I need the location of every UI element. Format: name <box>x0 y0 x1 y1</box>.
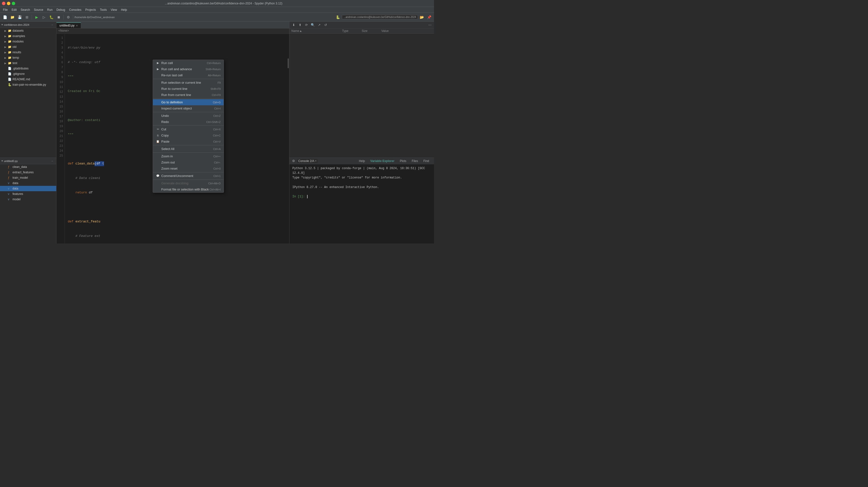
open-file-button[interactable]: 📁 <box>9 14 16 21</box>
preferences-button[interactable]: ⚙ <box>65 14 72 21</box>
menu-debug[interactable]: Debug <box>55 8 67 12</box>
ctx-zoom-in[interactable]: Zoom in Ctrl++ <box>153 153 224 159</box>
conda-env-button[interactable]: 🐍 <box>335 14 341 21</box>
var-search-icon[interactable]: 🔍 <box>310 22 315 28</box>
nav-tab-variable-explorer[interactable]: Variable Explorer <box>368 159 397 163</box>
debug-button[interactable]: 🐛 <box>48 14 55 21</box>
ctx-redo[interactable]: Redo Ctrl+Shift+Z <box>153 119 224 125</box>
minimize-button[interactable] <box>7 2 10 5</box>
ctx-zoom-out[interactable]: Zoom out Ctrl+- <box>153 159 224 165</box>
ctx-run-cell-advance[interactable]: ▶ Run cell and advance Shift+Return <box>153 66 224 72</box>
var-col-type[interactable]: Type <box>342 29 362 33</box>
console-blank <box>292 180 431 185</box>
menu-consoles[interactable]: Consoles <box>67 8 83 12</box>
ctx-copy[interactable]: ⎘ Copy Ctrl+C <box>153 132 224 139</box>
ctx-paste[interactable]: 📋 Paste Ctrl+V <box>153 139 224 145</box>
var-refresh-icon[interactable]: ↺ <box>323 22 328 28</box>
menu-projects[interactable]: Projects <box>84 8 98 12</box>
project-collapse-icon[interactable]: ▾ <box>1 23 3 26</box>
console-tab-close[interactable]: ✕ <box>315 159 317 162</box>
outline-data-2[interactable]: ▶ v data <box>0 186 56 191</box>
run-button[interactable]: ▶ <box>33 14 40 21</box>
nav-tab-files[interactable]: Files <box>410 159 420 163</box>
ctx-goto-def[interactable]: Go to definition Ctrl+G <box>153 99 224 105</box>
tree-item-modules[interactable]: ▶ 📁 modules <box>0 39 56 44</box>
ctx-cut[interactable]: ✂ Cut Ctrl+X <box>153 126 224 132</box>
tree-item-examples[interactable]: ▶ 📁 examples <box>0 33 56 39</box>
save-button[interactable]: 💾 <box>16 14 23 21</box>
tree-item-gitattributes[interactable]: ▶ 📄 .gitattributes <box>0 66 56 71</box>
nav-tab-help[interactable]: Help <box>357 159 367 163</box>
ctx-format-black[interactable]: Format file or selection with Black Ctrl… <box>153 186 224 192</box>
outline-model[interactable]: ▶ v model <box>0 196 56 202</box>
ctx-rerun-last[interactable]: Re-run last cell Alt+Return <box>153 72 224 78</box>
menu-bar: File Edit Search Source Run Debug Consol… <box>0 7 434 13</box>
ctx-select-all[interactable]: Select All Ctrl+A <box>153 146 224 152</box>
menu-search[interactable]: Search <box>19 8 32 12</box>
console-prompt: In [1]: <box>292 194 431 199</box>
tree-item-gitignore[interactable]: ▶ 📄 .gitignore <box>0 71 56 77</box>
var-col-name[interactable]: Name▲ <box>291 29 342 33</box>
ctx-undo[interactable]: Undo Ctrl+Z <box>153 113 224 119</box>
menu-tools[interactable]: Tools <box>98 8 109 12</box>
menu-view[interactable]: View <box>109 8 119 12</box>
stop-button[interactable]: ⏹ <box>55 14 62 21</box>
close-button[interactable] <box>2 2 5 5</box>
tree-item-train[interactable]: ▶ 🐍 train-pair-no-ensemble.py <box>0 82 56 87</box>
nav-tab-plots[interactable]: Plots <box>398 159 408 163</box>
tree-item-readme[interactable]: ▶ 📄 README.md <box>0 77 56 82</box>
folder-icon-temp: 📁 <box>8 56 12 59</box>
var-col-value[interactable]: Value <box>381 29 432 33</box>
maximize-button[interactable] <box>12 2 15 5</box>
var-panel-options[interactable]: ⋯ <box>427 22 433 28</box>
console-gear-icon[interactable]: ⚙ <box>291 158 296 164</box>
ctx-comment[interactable]: 💬 Comment/Uncomment Ctrl+1 <box>153 173 224 179</box>
ctx-undo-label: Undo <box>161 114 169 118</box>
var-explorer-toolbar: ⬇ ⬆ ⟳ 🔍 ↗ ↺ ⋯ <box>289 22 434 28</box>
browse-button[interactable]: 📂 <box>418 14 425 21</box>
ctx-run-selection[interactable]: Run selection or current line F9 <box>153 80 224 86</box>
var-import-icon[interactable]: ⬇ <box>291 22 296 28</box>
menu-help[interactable]: Help <box>119 8 129 12</box>
menu-run[interactable]: Run <box>45 8 55 12</box>
editor-tab-untitled0[interactable]: untitled0.py ✕ <box>57 22 81 28</box>
tree-item-results[interactable]: ▶ 📁 results <box>0 50 56 55</box>
pin-button[interactable]: 📌 <box>426 14 433 21</box>
ctx-sep-4 <box>153 125 224 126</box>
tree-item-datasets[interactable]: ▶ 📁 datasets <box>0 28 56 33</box>
outline-features[interactable]: ▶ v features <box>0 191 56 196</box>
ctx-select-all-shortcut: Ctrl+A <box>213 148 221 150</box>
ctx-run-to-current[interactable]: Run to current line Shift+F9 <box>153 86 224 92</box>
var-export-icon[interactable]: ⬆ <box>297 22 303 28</box>
outline-header: ▾ untitled0.py − <box>0 158 56 164</box>
outline-extract-features[interactable]: ▶ ƒ extract_features <box>0 170 56 175</box>
var-col-size[interactable]: Size <box>362 29 381 33</box>
ctx-zoom-reset[interactable]: Zoom reset Ctrl+0 <box>153 165 224 172</box>
outline-train-model[interactable]: ▶ ƒ train_model <box>0 175 56 180</box>
tree-arrow-examples: ▶ <box>4 35 8 37</box>
menu-source[interactable]: Source <box>32 8 45 12</box>
outline-data-1[interactable]: ▶ v data <box>0 180 56 186</box>
sidebar-collapse-button[interactable]: − <box>50 22 55 27</box>
run-cell-advance-icon: ▶ <box>156 67 160 71</box>
console-content[interactable]: Python 3.12.5 | packaged by conda-forge … <box>289 164 434 243</box>
var-settings-icon[interactable]: ↗ <box>316 22 322 28</box>
menu-edit[interactable]: Edit <box>9 8 19 12</box>
save-all-button[interactable]: ⊞ <box>24 14 30 21</box>
new-file-button[interactable]: 📄 <box>1 14 8 21</box>
ctx-inspect[interactable]: Inspect current object Ctrl+I <box>153 105 224 112</box>
outline-collapse-icon[interactable]: ▾ <box>1 159 3 162</box>
tree-item-old[interactable]: ▶ 📁 old <box>0 44 56 50</box>
outline-clean-data[interactable]: ▶ ƒ clean_data <box>0 164 56 170</box>
var-reset-icon[interactable]: ⟳ <box>304 22 309 28</box>
run-cell-button[interactable]: ▷ <box>40 14 48 21</box>
ctx-zoom-reset-shortcut: Ctrl+0 <box>213 167 221 170</box>
tree-item-temp[interactable]: ▶ 📁 temp <box>0 55 56 60</box>
menu-file[interactable]: File <box>1 8 9 12</box>
tree-item-test[interactable]: ▶ 📁 test <box>0 60 56 66</box>
ctx-run-cell[interactable]: ▶ Run cell Ctrl+Return <box>153 60 224 66</box>
outline-minimize[interactable]: − <box>50 158 55 163</box>
tab-close-icon[interactable]: ✕ <box>76 24 78 27</box>
ctx-run-from-current[interactable]: Run from current line Ctrl+F9 <box>153 92 224 98</box>
nav-tab-find[interactable]: Find <box>422 159 431 163</box>
